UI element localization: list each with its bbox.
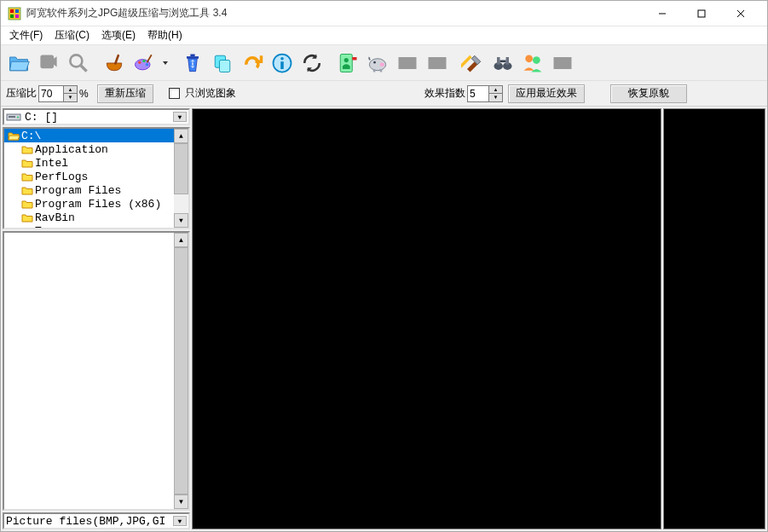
- app-icon: [8, 7, 21, 20]
- menu-options[interactable]: 选项(E): [96, 26, 141, 44]
- filelist-scroll-down[interactable]: ▼: [174, 494, 188, 509]
- close-button[interactable]: [721, 1, 760, 26]
- recycle-button[interactable]: [178, 48, 207, 78]
- dir-label: C:\: [21, 130, 41, 142]
- menubar: 文件(F) 压缩(C) 选项(E) 帮助(H): [1, 26, 767, 45]
- filter-combo[interactable]: Picture files(BMP,JPG,GI ▼: [3, 512, 190, 529]
- filelist-scrollbar[interactable]: ▲ ▼: [174, 233, 188, 509]
- restore-button[interactable]: 恢复原貌: [610, 84, 687, 103]
- copy-button[interactable]: [208, 48, 237, 78]
- ratio-input[interactable]: [38, 85, 64, 102]
- dir-row[interactable]: C:\: [4, 129, 188, 142]
- mortar-button[interactable]: [100, 48, 129, 78]
- percent-label: %: [78, 88, 90, 100]
- apply-effect-button[interactable]: 应用最近效果: [508, 84, 585, 103]
- svg-rect-3: [10, 14, 14, 18]
- effect-label: 效果指数: [423, 86, 467, 101]
- file-list[interactable]: ▲ ▼: [3, 231, 190, 511]
- svg-point-15: [146, 63, 149, 66]
- folder-icon: [21, 145, 33, 154]
- dir-row[interactable]: Application: [4, 142, 188, 156]
- scroll-down-button[interactable]: ▼: [174, 213, 188, 228]
- drive-combo[interactable]: C: [] ▼: [3, 108, 190, 125]
- directory-tree[interactable]: C:\ApplicationIntelPerfLogsProgram Files…: [3, 127, 190, 229]
- dir-label: Application: [35, 143, 108, 156]
- effect-input[interactable]: [467, 85, 489, 102]
- folder-icon: [21, 227, 33, 230]
- open-folder-button[interactable]: [4, 48, 33, 78]
- refresh-button[interactable]: [297, 48, 326, 78]
- main-preview[interactable]: [192, 108, 661, 529]
- menu-help[interactable]: 帮助(H): [142, 26, 188, 44]
- svg-point-14: [142, 59, 146, 62]
- info-button[interactable]: [268, 48, 297, 78]
- svg-rect-38: [500, 60, 506, 62]
- svg-rect-4: [15, 14, 19, 18]
- svg-rect-6: [698, 10, 705, 17]
- paint-button[interactable]: [130, 48, 159, 78]
- binoculars-button[interactable]: [488, 48, 517, 78]
- svg-line-10: [81, 65, 87, 71]
- content-area: C: [] ▼ C:\ApplicationIntelPerfLogsProgr…: [1, 107, 767, 531]
- dir-row[interactable]: Program Files: [4, 183, 188, 197]
- redo-button[interactable]: [238, 48, 267, 78]
- svg-rect-19: [220, 60, 230, 72]
- ratio-label: 压缩比: [4, 86, 38, 101]
- paint-dropdown[interactable]: [159, 48, 171, 78]
- svg-rect-22: [280, 61, 284, 69]
- maximize-button[interactable]: [682, 1, 721, 26]
- toolbar: [1, 45, 767, 81]
- folder-open-icon: [8, 131, 20, 141]
- users-button[interactable]: [518, 48, 547, 78]
- dir-label: PerfLogs: [35, 171, 88, 183]
- browse-only-label: 只浏览图象: [183, 86, 238, 101]
- svg-point-21: [280, 57, 284, 61]
- drive-dropdown-arrow[interactable]: ▼: [173, 112, 187, 122]
- svg-rect-43: [9, 116, 15, 118]
- left-panel: C: [] ▼ C:\ApplicationIntelPerfLogsProgr…: [3, 108, 190, 529]
- drive-label: C: []: [25, 111, 58, 124]
- piggy-button[interactable]: [363, 48, 392, 78]
- dir-row[interactable]: RavBin: [4, 211, 188, 224]
- dir-label: Temp: [35, 225, 61, 230]
- disabled-tool-5: [548, 48, 577, 78]
- contact-button[interactable]: [333, 48, 362, 78]
- minimize-button[interactable]: [643, 1, 682, 26]
- svg-point-24: [344, 57, 349, 61]
- side-preview[interactable]: [663, 108, 765, 529]
- dir-row[interactable]: PerfLogs: [4, 170, 188, 183]
- disabled-tool-1: [34, 48, 63, 78]
- menu-compress[interactable]: 压缩(C): [49, 26, 95, 44]
- effect-spinner[interactable]: ▲▼: [489, 85, 503, 102]
- svg-rect-41: [554, 57, 572, 69]
- browse-only-checkbox[interactable]: [169, 88, 180, 99]
- svg-point-27: [373, 61, 376, 63]
- ratio-spinner[interactable]: ▲▼: [64, 85, 78, 102]
- svg-rect-32: [429, 57, 447, 69]
- menu-file[interactable]: 文件(F): [4, 26, 48, 44]
- dir-row[interactable]: Intel: [4, 156, 188, 170]
- dir-row[interactable]: Temp: [4, 224, 188, 229]
- dir-label: Intel: [35, 157, 68, 170]
- dir-row[interactable]: Program Files (x86): [4, 197, 188, 211]
- scroll-up-button[interactable]: ▲: [174, 129, 188, 143]
- folder-icon: [21, 172, 33, 182]
- svg-rect-2: [15, 9, 19, 13]
- svg-rect-17: [187, 56, 199, 59]
- svg-point-44: [17, 117, 19, 119]
- svg-rect-16: [147, 54, 153, 62]
- filelist-scroll-up[interactable]: ▲: [174, 233, 188, 247]
- dir-label: Program Files (x86): [35, 198, 161, 211]
- svg-rect-25: [352, 57, 356, 61]
- svg-rect-29: [373, 69, 376, 72]
- folder-icon: [21, 200, 33, 209]
- options-bar: 压缩比 ▲▼ % 重新压缩 只浏览图象 效果指数 ▲▼ 应用最近效果 恢复原貌: [1, 81, 767, 107]
- recompress-button[interactable]: 重新压缩: [97, 84, 153, 103]
- disabled-tool-4: [423, 48, 452, 78]
- dirtree-scrollbar[interactable]: ▲ ▼: [174, 129, 188, 228]
- filter-dropdown-arrow[interactable]: ▼: [173, 516, 187, 526]
- tools-button[interactable]: [459, 48, 488, 78]
- disabled-tool-2: [64, 48, 93, 78]
- svg-rect-31: [399, 57, 417, 69]
- svg-rect-37: [506, 57, 510, 65]
